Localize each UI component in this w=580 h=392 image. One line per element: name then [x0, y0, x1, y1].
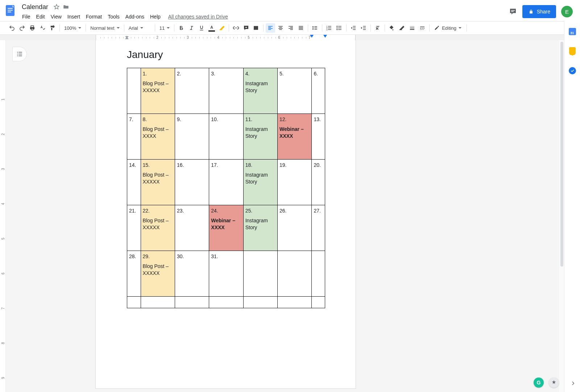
table-cell[interactable] — [141, 297, 175, 308]
doc-title[interactable]: Calendar — [20, 3, 50, 12]
border-width-button[interactable] — [407, 23, 417, 33]
table-cell[interactable]: 13. — [312, 114, 325, 160]
underline-button[interactable] — [197, 23, 206, 33]
table-cell[interactable] — [243, 297, 277, 308]
table-cell[interactable] — [175, 297, 209, 308]
calendar-table[interactable]: 1.Blog Post – XXXXX2.3.4.Instagram Story… — [127, 68, 325, 308]
table-cell[interactable] — [127, 297, 141, 308]
line-spacing-button[interactable] — [310, 23, 320, 33]
menu-edit[interactable]: Edit — [34, 12, 47, 21]
table-cell[interactable] — [127, 68, 141, 114]
account-avatar[interactable]: E — [561, 6, 573, 17]
table-cell[interactable]: 1.Blog Post – XXXXX — [141, 68, 175, 114]
table-cell[interactable]: 16. — [175, 160, 209, 205]
move-to-folder-icon[interactable] — [63, 4, 69, 10]
table-cell[interactable]: 4.Instagram Story — [243, 68, 277, 114]
table-cell[interactable] — [312, 297, 325, 308]
table-cell[interactable]: 5. — [278, 68, 312, 114]
table-cell[interactable]: 21. — [127, 205, 141, 251]
insert-image-button[interactable] — [252, 23, 261, 33]
table-cell[interactable]: 31. — [209, 251, 243, 297]
border-dash-button[interactable] — [418, 23, 427, 33]
document-canvas[interactable]: January 1.Blog Post – XXXXX2.3.4.Instagr… — [6, 40, 564, 392]
table-cell[interactable]: 29.Blog Post – XXXXX — [141, 251, 175, 297]
vertical-ruler[interactable]: 123456789 — [0, 40, 6, 392]
zoom-dropdown[interactable]: 100% — [62, 23, 83, 33]
paint-format-button[interactable] — [48, 23, 57, 33]
menu-view[interactable]: View — [48, 12, 64, 21]
table-cell[interactable]: 26. — [278, 205, 312, 251]
side-calendar-button[interactable]: 31 — [568, 27, 577, 36]
table-cell[interactable]: 18.Instagram Story — [243, 160, 277, 205]
font-size-dropdown[interactable]: 11 — [157, 23, 172, 33]
table-cell[interactable] — [312, 251, 325, 297]
font-dropdown[interactable]: Arial — [127, 23, 153, 33]
table-cell[interactable]: 9. — [175, 114, 209, 160]
decrease-indent-button[interactable] — [349, 23, 358, 33]
document-heading[interactable]: January — [96, 46, 356, 68]
undo-button[interactable] — [7, 23, 17, 33]
cell-fill-color-button[interactable] — [387, 23, 397, 33]
spellcheck-button[interactable] — [38, 23, 47, 33]
text-color-button[interactable] — [207, 23, 216, 33]
table-cell[interactable]: 17. — [209, 160, 243, 205]
table-cell[interactable]: 27. — [312, 205, 325, 251]
clear-formatting-button[interactable] — [373, 23, 382, 33]
explore-button[interactable] — [549, 377, 559, 388]
editing-mode-dropdown[interactable]: Editing — [432, 23, 464, 33]
table-cell[interactable]: 22.Blog Post – XXXXX — [141, 205, 175, 251]
docs-logo[interactable] — [3, 3, 17, 18]
side-tasks-button[interactable] — [568, 66, 577, 75]
paragraph-style-dropdown[interactable]: Normal text — [88, 23, 121, 33]
table-cell[interactable]: 28. — [127, 251, 141, 297]
numbered-list-button[interactable]: 123 — [324, 23, 334, 33]
table-cell[interactable]: 19. — [278, 160, 312, 205]
menu-help[interactable]: Help — [148, 12, 163, 21]
menu-format[interactable]: Format — [83, 12, 104, 21]
table-cell[interactable]: 23. — [175, 205, 209, 251]
menu-insert[interactable]: Insert — [65, 12, 83, 21]
table-cell[interactable] — [278, 251, 312, 297]
align-right-button[interactable] — [286, 23, 295, 33]
table-cell[interactable]: 7. — [127, 114, 141, 160]
table-cell[interactable]: 14. — [127, 160, 141, 205]
table-cell[interactable] — [243, 251, 277, 297]
page[interactable]: January 1.Blog Post – XXXXX2.3.4.Instagr… — [96, 40, 356, 388]
open-comments-icon[interactable] — [509, 7, 517, 16]
border-color-button[interactable] — [397, 23, 407, 33]
redo-button[interactable] — [17, 23, 27, 33]
table-cell[interactable] — [278, 297, 312, 308]
increase-indent-button[interactable] — [359, 23, 368, 33]
align-justify-button[interactable] — [296, 23, 306, 33]
table-cell[interactable]: 25.Instagram Story — [243, 205, 277, 251]
vertical-scrollbar[interactable] — [559, 40, 564, 392]
share-button[interactable]: Share — [522, 5, 556, 18]
table-cell[interactable]: 6. — [312, 68, 325, 114]
table-cell[interactable]: 8.Blog Post – XXXX — [141, 114, 175, 160]
save-status[interactable]: All changes saved in Drive — [168, 12, 228, 21]
grammarly-button[interactable]: G — [534, 377, 544, 388]
menu-file[interactable]: File — [20, 12, 33, 21]
table-cell[interactable]: 11.Instagram Story — [243, 114, 277, 160]
table-cell[interactable]: 24.Webinar – XXXX — [209, 205, 243, 251]
table-cell[interactable] — [209, 297, 243, 308]
insert-comment-button[interactable] — [241, 23, 251, 33]
table-cell[interactable]: 30. — [175, 251, 209, 297]
side-panel-expand-button[interactable] — [570, 380, 576, 388]
table-cell[interactable]: 2. — [175, 68, 209, 114]
insert-link-button[interactable] — [231, 23, 241, 33]
align-left-button[interactable] — [266, 23, 275, 33]
menu-addons[interactable]: Add-ons — [123, 12, 147, 21]
menu-tools[interactable]: Tools — [105, 12, 122, 21]
outline-toggle-button[interactable] — [12, 47, 27, 61]
bulleted-list-button[interactable] — [335, 23, 344, 33]
table-cell[interactable]: 12.Webinar – XXXX — [278, 114, 312, 160]
table-cell[interactable]: 10. — [209, 114, 243, 160]
align-center-button[interactable] — [276, 23, 285, 33]
italic-button[interactable] — [187, 23, 196, 33]
table-cell[interactable]: 20. — [312, 160, 325, 205]
table-cell[interactable]: 3. — [209, 68, 243, 114]
bold-button[interactable] — [177, 23, 186, 33]
print-button[interactable] — [28, 23, 37, 33]
table-cell[interactable]: 15.Blog Post – XXXXX — [141, 160, 175, 205]
